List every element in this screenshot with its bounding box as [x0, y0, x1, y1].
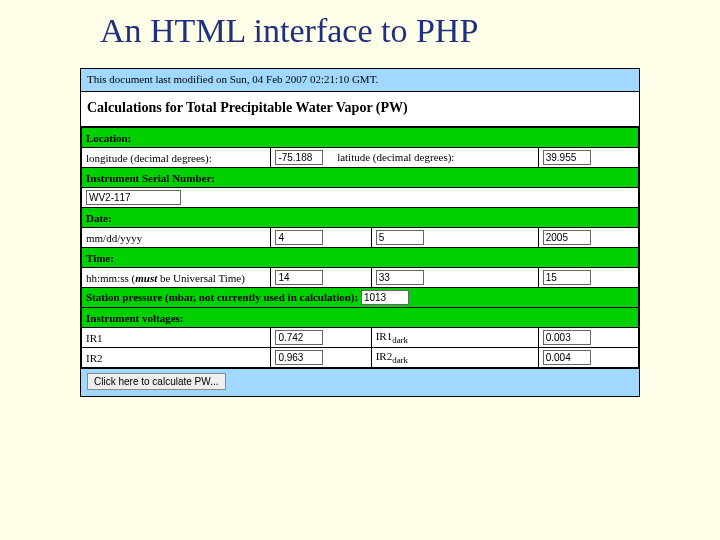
ir2-input[interactable] [275, 350, 323, 365]
button-row: Click here to calculate PW... [81, 368, 639, 396]
cell-longitude: latitude (decimal degrees): [271, 148, 538, 168]
cell-ir2 [271, 348, 371, 368]
cell-latitude [538, 148, 638, 168]
section-serial: Instrument Serial Number: [82, 168, 639, 188]
section-date: Date: [82, 208, 639, 228]
ir1-input[interactable] [275, 330, 323, 345]
label-ir1: IR1 [82, 328, 271, 348]
cell-minute [371, 268, 538, 288]
year-input[interactable] [543, 230, 591, 245]
section-time: Time: [82, 248, 639, 268]
slide-title: An HTML interface to PHP [0, 0, 720, 68]
hour-input[interactable] [275, 270, 323, 285]
cell-second [538, 268, 638, 288]
label-pressure: Station pressure (mbar, not currently us… [86, 291, 358, 303]
page-title: Calculations for Total Precipitable Wate… [81, 92, 639, 127]
label-latitude: latitude (decimal degrees): [337, 151, 454, 163]
last-modified-line: This document last modified on Sun, 04 F… [81, 69, 639, 92]
section-location: Location: [82, 128, 639, 148]
form-panel: This document last modified on Sun, 04 F… [80, 68, 640, 397]
second-input[interactable] [543, 270, 591, 285]
month-input[interactable] [275, 230, 323, 245]
serial-input[interactable] [86, 190, 181, 205]
label-hhmmss: hh:mm:ss (must be Universal Time) [82, 268, 271, 288]
label-mmddyyyy: mm/dd/yyyy [82, 228, 271, 248]
label-longitude: longitude (decimal degrees): [82, 148, 271, 168]
section-pressure: Station pressure (mbar, not currently us… [82, 288, 639, 308]
cell-ir1 [271, 328, 371, 348]
cell-year [538, 228, 638, 248]
section-voltages: Instrument voltages: [82, 308, 639, 328]
day-input[interactable] [376, 230, 424, 245]
minute-input[interactable] [376, 270, 424, 285]
cell-hour [271, 268, 371, 288]
longitude-input[interactable] [275, 150, 323, 165]
label-ir1dark: IR1dark [371, 328, 538, 348]
cell-month [271, 228, 371, 248]
cell-serial [82, 188, 639, 208]
cell-ir2dark [538, 348, 638, 368]
ir1dark-input[interactable] [543, 330, 591, 345]
label-ir2dark: IR2dark [371, 348, 538, 368]
ir2dark-input[interactable] [543, 350, 591, 365]
calculate-button[interactable]: Click here to calculate PW... [87, 373, 226, 390]
label-ir2: IR2 [82, 348, 271, 368]
cell-ir1dark [538, 328, 638, 348]
pressure-input[interactable] [361, 290, 409, 305]
latitude-input[interactable] [543, 150, 591, 165]
cell-day [371, 228, 538, 248]
form-table: Location: longitude (decimal degrees): l… [81, 127, 639, 368]
